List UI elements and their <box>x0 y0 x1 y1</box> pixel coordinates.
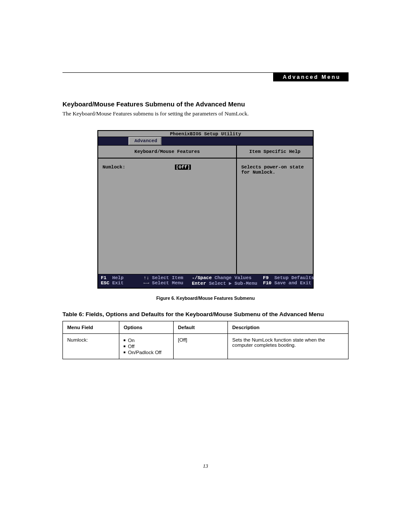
key-f1-label: Help <box>112 275 123 280</box>
bios-left-heading: Keyboard/Mouse Features <box>98 146 236 159</box>
bullet-icon <box>124 345 125 347</box>
option-off: Off <box>128 343 134 349</box>
key-esc-label: Exit <box>112 280 123 286</box>
key-leftright-label: Select Menu <box>152 280 184 286</box>
intro-paragraph: The Keyboard/Mouse Features submenu is f… <box>62 110 349 117</box>
option-on: On <box>128 337 134 343</box>
th-options: Options <box>119 321 174 334</box>
bios-tab-advanced[interactable]: Advanced <box>128 137 162 145</box>
key-f10-label: Save and Exit <box>274 280 311 286</box>
bios-window-title: PhoenixBIOS Setup Utility <box>98 131 313 137</box>
key-leftright: ←→ <box>143 280 149 286</box>
bios-field-numlock[interactable]: Numlock: [Off] <box>103 165 232 170</box>
bios-footer: F1 Help ↑↓ Select Item -/Space Change Va… <box>98 274 313 288</box>
key-minus-space: -/Space <box>192 275 212 280</box>
td-menu-field: Numlock: <box>63 334 119 359</box>
table-title: Table 6: Fields, Options and Defaults fo… <box>62 311 349 317</box>
header-bar: Advanced Menu <box>273 73 349 81</box>
td-options: On Off On/Padlock Off <box>119 334 174 359</box>
key-f1: F1 <box>101 275 106 280</box>
key-esc: ESC <box>101 280 109 286</box>
bios-field-value[interactable]: [Off] <box>175 165 191 170</box>
key-f10: F10 <box>263 280 271 286</box>
td-default: [Off] <box>174 334 228 359</box>
fields-table: Menu Field Options Default Description N… <box>62 321 349 359</box>
key-enter-label: Select ▶ Sub-Menu <box>209 281 257 286</box>
key-minus-space-label: Change Values <box>215 275 252 280</box>
figure-caption: Figure 6. Keyboard/Mouse Features Submen… <box>62 296 349 301</box>
th-description: Description <box>228 321 349 334</box>
th-default: Default <box>174 321 228 334</box>
page-number: 13 <box>0 463 411 470</box>
bios-menu-bar: Advanced <box>98 137 313 146</box>
key-enter: Enter <box>192 281 206 286</box>
bios-field-label: Numlock: <box>103 165 175 170</box>
bios-help-panel: Selects power-on state for Numlock. <box>237 159 313 274</box>
table-header-row: Menu Field Options Default Description <box>63 321 349 334</box>
th-menu-field: Menu Field <box>63 321 119 334</box>
bios-right-heading: Item Specific Help <box>237 146 313 159</box>
bullet-icon <box>124 339 125 341</box>
key-f9-label: Setup Defaults <box>274 275 314 280</box>
key-updown-label: Select Item <box>152 275 184 280</box>
header-rule: Advanced Menu <box>62 72 349 81</box>
bios-left-panel: Numlock: [Off] <box>98 159 236 274</box>
section-heading: Keyboard/Mouse Features Submenu of the A… <box>62 100 349 108</box>
td-description: Sets the NumLock function state when the… <box>228 334 349 359</box>
bullet-icon <box>124 352 125 353</box>
key-updown: ↑↓ <box>143 275 149 280</box>
table-row: Numlock: On Off On/Padlock Off [Off] Set… <box>63 334 349 359</box>
key-f9: F9 <box>263 275 268 280</box>
bios-screenshot: PhoenixBIOS Setup Utility Advanced Keybo… <box>97 130 314 289</box>
option-on-padlock-off: On/Padlock Off <box>128 349 162 355</box>
